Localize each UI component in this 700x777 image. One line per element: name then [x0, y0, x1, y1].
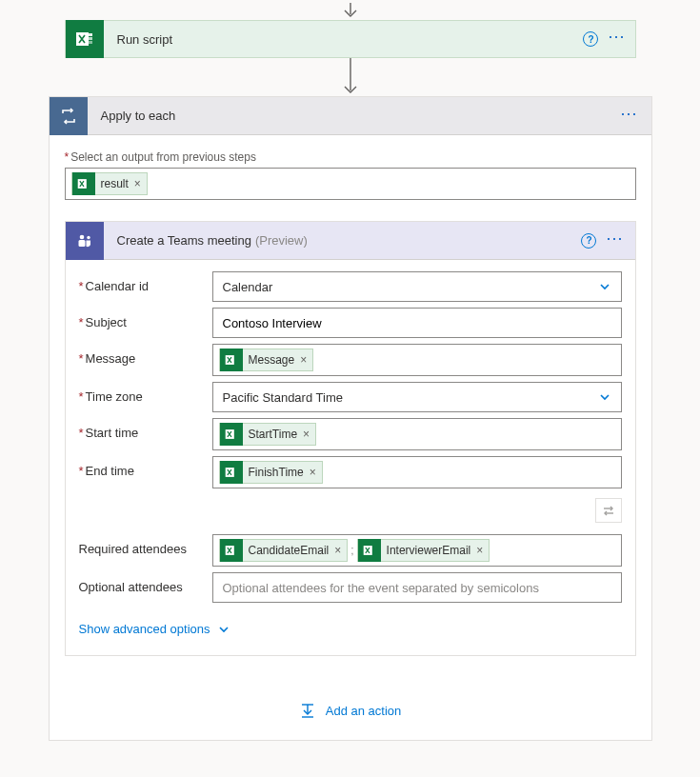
remove-token-icon[interactable]: ×	[476, 544, 483, 557]
chevron-down-icon	[218, 624, 230, 635]
label-optional-attendees: Optional attendees	[79, 572, 212, 594]
token-message[interactable]: Message ×	[219, 349, 314, 371]
token-interviewer-email[interactable]: InterviewerEmail ×	[357, 539, 490, 562]
token-label: CandidateEmail	[249, 544, 330, 557]
apply-header[interactable]: Apply to each ···	[50, 97, 651, 135]
optional-attendees-input[interactable]	[212, 572, 622, 603]
svg-rect-9	[78, 240, 85, 247]
token-result[interactable]: result ×	[71, 172, 148, 195]
chevron-down-icon	[598, 280, 611, 293]
excel-icon	[220, 539, 243, 562]
add-action-button[interactable]: Add an action	[299, 702, 402, 719]
label-calendar-id: *Calendar id	[79, 271, 212, 293]
svg-rect-2	[87, 33, 92, 36]
calendar-select[interactable]: Calendar	[212, 271, 622, 302]
calendar-value: Calendar	[223, 280, 273, 294]
add-action-icon	[299, 702, 316, 719]
timezone-value: Pacific Standard Time	[223, 390, 343, 405]
more-menu-icon[interactable]: ···	[606, 233, 623, 249]
excel-icon	[220, 423, 243, 446]
excel-icon	[66, 20, 104, 58]
token-starttime[interactable]: StartTime ×	[219, 423, 317, 446]
help-icon[interactable]: ?	[581, 233, 596, 249]
output-from-label: *Select an output from previous steps	[65, 150, 636, 164]
teams-title: Create a Teams meeting	[104, 233, 251, 248]
teams-icon	[66, 222, 104, 260]
swap-mode-button[interactable]	[595, 498, 622, 523]
label-message: *Message	[79, 344, 212, 366]
start-time-input[interactable]: StartTime ×	[212, 418, 622, 450]
connector-arrow-top	[0, 3, 700, 20]
chevron-down-icon	[598, 390, 611, 404]
token-label: result	[101, 177, 129, 190]
separator: ;	[349, 544, 355, 557]
excel-icon	[220, 461, 243, 484]
label-timezone: *Time zone	[79, 382, 212, 404]
loop-icon	[50, 97, 88, 135]
remove-token-icon[interactable]: ×	[134, 177, 141, 190]
excel-icon	[72, 172, 95, 195]
svg-rect-3	[87, 37, 92, 40]
apply-title: Apply to each	[88, 109, 621, 123]
label-required-attendees: Required attendees	[79, 534, 212, 556]
svg-point-7	[79, 234, 84, 239]
timezone-select[interactable]: Pacific Standard Time	[212, 382, 622, 412]
more-menu-icon[interactable]: ···	[620, 109, 637, 124]
token-label: InterviewerEmail	[387, 544, 471, 557]
label-end-time: *End time	[79, 456, 212, 478]
help-icon[interactable]: ?	[583, 31, 598, 47]
run-script-title: Run script	[104, 32, 584, 47]
excel-icon	[358, 539, 381, 562]
end-time-input[interactable]: FinishTime ×	[212, 456, 622, 488]
token-candidate-email[interactable]: CandidateEmail ×	[219, 539, 349, 562]
remove-token-icon[interactable]: ×	[310, 466, 316, 479]
more-menu-icon[interactable]: ···	[608, 31, 625, 47]
card-create-teams-meeting: Create a Teams meeting (Preview) ? ··· *…	[65, 221, 636, 656]
svg-rect-4	[87, 41, 92, 44]
token-label: StartTime	[249, 428, 298, 441]
remove-token-icon[interactable]: ×	[300, 353, 307, 367]
remove-token-icon[interactable]: ×	[303, 428, 310, 441]
preview-badge: (Preview)	[255, 233, 308, 248]
remove-token-icon[interactable]: ×	[334, 544, 341, 557]
message-input[interactable]: Message ×	[212, 344, 622, 376]
output-from-input[interactable]: result ×	[65, 168, 636, 200]
label-subject: *Subject	[79, 308, 212, 329]
excel-icon	[220, 349, 243, 371]
svg-point-8	[87, 235, 90, 238]
token-finishtime[interactable]: FinishTime ×	[219, 461, 323, 484]
teams-header[interactable]: Create a Teams meeting (Preview) ? ···	[66, 222, 635, 260]
token-label: Message	[249, 353, 295, 367]
token-label: FinishTime	[249, 466, 304, 479]
label-start-time: *Start time	[79, 418, 212, 440]
subject-input[interactable]	[212, 308, 622, 338]
required-attendees-input[interactable]: CandidateEmail × ; InterviewerEmail ×	[212, 534, 622, 567]
connector-arrow-mid	[0, 58, 700, 96]
show-advanced-options[interactable]: Show advanced options	[79, 622, 230, 636]
card-run-script[interactable]: Run script ? ···	[65, 20, 636, 58]
card-apply-to-each: Apply to each ··· *Select an output from…	[49, 96, 652, 741]
